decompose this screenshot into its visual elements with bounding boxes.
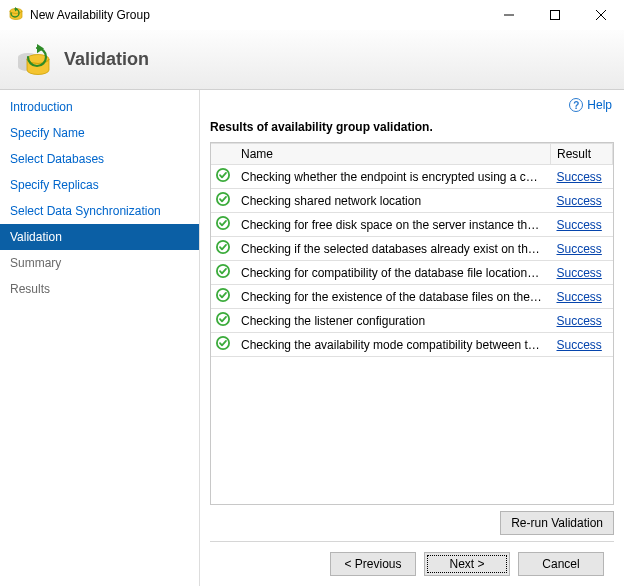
success-icon: [211, 213, 235, 237]
success-icon: [211, 237, 235, 261]
wizard-main: ? Help Results of availability group val…: [200, 90, 624, 586]
success-icon: [211, 285, 235, 309]
help-label: Help: [587, 98, 612, 112]
help-icon: ?: [569, 98, 583, 112]
help-link[interactable]: ? Help: [569, 98, 612, 112]
validation-row[interactable]: Checking for compatibility of the databa…: [211, 261, 613, 285]
validation-name: Checking the availability mode compatibi…: [235, 333, 551, 357]
result-link[interactable]: Success: [557, 218, 602, 232]
validation-name: Checking if the selected databases alrea…: [235, 237, 551, 261]
sidebar-item-select-data-synchronization[interactable]: Select Data Synchronization: [0, 198, 199, 224]
result-link[interactable]: Success: [557, 290, 602, 304]
col-name[interactable]: Name: [235, 144, 551, 165]
validation-name: Checking shared network location: [235, 189, 551, 213]
result-link[interactable]: Success: [557, 194, 602, 208]
result-link[interactable]: Success: [557, 314, 602, 328]
validation-name: Checking for the existence of the databa…: [235, 285, 551, 309]
next-button[interactable]: Next >: [424, 552, 510, 576]
sidebar-item-results: Results: [0, 276, 199, 302]
close-button[interactable]: [578, 0, 624, 30]
rerun-validation-button[interactable]: Re-run Validation: [500, 511, 614, 535]
validation-row[interactable]: Checking the availability mode compatibi…: [211, 333, 613, 357]
result-link[interactable]: Success: [557, 170, 602, 184]
validation-name: Checking whether the endpoint is encrypt…: [235, 165, 551, 189]
col-result[interactable]: Result: [551, 144, 613, 165]
validation-row[interactable]: Checking whether the endpoint is encrypt…: [211, 165, 613, 189]
maximize-button[interactable]: [532, 0, 578, 30]
wizard-footer: < Previous Next > Cancel: [210, 541, 614, 586]
wizard-sidebar: IntroductionSpecify NameSelect Databases…: [0, 90, 200, 586]
validation-name: Checking for compatibility of the databa…: [235, 261, 551, 285]
window-title: New Availability Group: [30, 8, 486, 22]
validation-result: Success: [551, 333, 613, 357]
window-controls: [486, 0, 624, 30]
wizard-body: IntroductionSpecify NameSelect Databases…: [0, 90, 624, 586]
validation-result: Success: [551, 237, 613, 261]
validation-result: Success: [551, 165, 613, 189]
results-header: Results of availability group validation…: [210, 120, 614, 134]
sidebar-item-introduction[interactable]: Introduction: [0, 94, 199, 120]
validation-row[interactable]: Checking for free disk space on the serv…: [211, 213, 613, 237]
validation-result: Success: [551, 213, 613, 237]
validation-row[interactable]: Checking for the existence of the databa…: [211, 285, 613, 309]
sidebar-item-specify-replicas[interactable]: Specify Replicas: [0, 172, 199, 198]
validation-table-wrap: Name Result Checking whether the endpoin…: [210, 142, 614, 505]
result-link[interactable]: Success: [557, 338, 602, 352]
validation-result: Success: [551, 285, 613, 309]
sidebar-item-summary: Summary: [0, 250, 199, 276]
validation-result: Success: [551, 261, 613, 285]
svg-rect-3: [551, 11, 560, 20]
rerun-row: Re-run Validation: [210, 505, 614, 541]
titlebar: New Availability Group: [0, 0, 624, 30]
validation-result: Success: [551, 189, 613, 213]
validation-row[interactable]: Checking if the selected databases alrea…: [211, 237, 613, 261]
svg-marker-8: [37, 44, 44, 53]
sidebar-item-select-databases[interactable]: Select Databases: [0, 146, 199, 172]
validation-result: Success: [551, 309, 613, 333]
validation-row[interactable]: Checking the listener configurationSucce…: [211, 309, 613, 333]
wizard-step-icon: [16, 42, 52, 78]
step-title: Validation: [64, 49, 149, 70]
minimize-button[interactable]: [486, 0, 532, 30]
validation-name: Checking for free disk space on the serv…: [235, 213, 551, 237]
app-icon: [8, 7, 24, 23]
success-icon: [211, 333, 235, 357]
validation-row[interactable]: Checking shared network locationSuccess: [211, 189, 613, 213]
sidebar-item-specify-name[interactable]: Specify Name: [0, 120, 199, 146]
success-icon: [211, 189, 235, 213]
success-icon: [211, 165, 235, 189]
result-link[interactable]: Success: [557, 266, 602, 280]
validation-header-row: Name Result: [211, 144, 613, 165]
validation-table: Name Result Checking whether the endpoin…: [211, 143, 613, 357]
header-band: Validation: [0, 30, 624, 90]
cancel-button[interactable]: Cancel: [518, 552, 604, 576]
result-link[interactable]: Success: [557, 242, 602, 256]
sidebar-item-validation[interactable]: Validation: [0, 224, 199, 250]
success-icon: [211, 309, 235, 333]
validation-name: Checking the listener configuration: [235, 309, 551, 333]
success-icon: [211, 261, 235, 285]
col-icon: [211, 144, 235, 165]
previous-button[interactable]: < Previous: [330, 552, 416, 576]
